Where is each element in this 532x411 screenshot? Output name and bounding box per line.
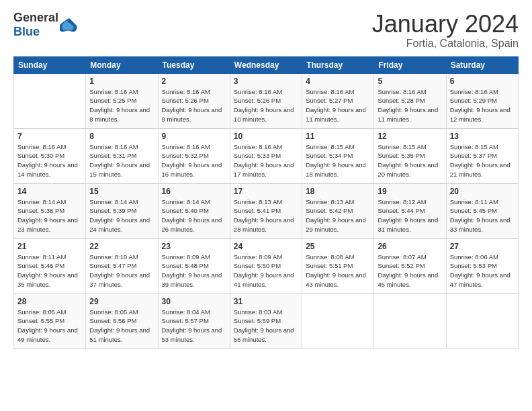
day-number: 20 <box>450 187 515 196</box>
day-info: Sunrise: 8:14 AMSunset: 5:40 PMDaylight:… <box>162 197 226 234</box>
calendar-cell-3-1: 14Sunrise: 8:14 AMSunset: 5:38 PMDayligh… <box>14 183 86 238</box>
calendar-cell-5-3: 30Sunrise: 8:04 AMSunset: 5:57 PMDayligh… <box>158 293 230 349</box>
week-row-2: 7Sunrise: 8:16 AMSunset: 5:30 PMDaylight… <box>14 128 519 183</box>
header-wednesday: Wednesday <box>230 56 302 73</box>
calendar-cell-2-2: 8Sunrise: 8:16 AMSunset: 5:31 PMDaylight… <box>86 128 158 183</box>
day-number: 7 <box>17 132 82 141</box>
day-info: Sunrise: 8:16 AMSunset: 5:30 PMDaylight:… <box>17 142 82 179</box>
day-info: Sunrise: 8:08 AMSunset: 5:51 PMDaylight:… <box>306 253 370 289</box>
day-info: Sunrise: 8:16 AMSunset: 5:29 PMDaylight:… <box>450 87 515 124</box>
calendar-cell-4-4: 24Sunrise: 8:09 AMSunset: 5:50 PMDayligh… <box>230 238 302 293</box>
day-number: 22 <box>89 242 154 251</box>
calendar-cell-2-1: 7Sunrise: 8:16 AMSunset: 5:30 PMDaylight… <box>14 128 86 183</box>
day-info: Sunrise: 8:13 AMSunset: 5:41 PMDaylight:… <box>234 197 298 234</box>
calendar-cell-2-3: 9Sunrise: 8:16 AMSunset: 5:32 PMDaylight… <box>158 128 230 183</box>
day-info: Sunrise: 8:16 AMSunset: 5:26 PMDaylight:… <box>234 87 298 124</box>
calendar-cell-5-7 <box>446 293 518 349</box>
calendar-cell-4-6: 26Sunrise: 8:07 AMSunset: 5:52 PMDayligh… <box>374 238 446 293</box>
calendar-cell-3-3: 16Sunrise: 8:14 AMSunset: 5:40 PMDayligh… <box>158 183 230 238</box>
week-row-1: 1Sunrise: 8:16 AMSunset: 5:25 PMDaylight… <box>14 73 519 128</box>
day-number: 18 <box>306 187 370 196</box>
calendar-cell-2-6: 12Sunrise: 8:15 AMSunset: 5:35 PMDayligh… <box>374 128 446 183</box>
day-number: 13 <box>450 132 515 141</box>
day-number: 12 <box>378 132 442 141</box>
week-row-3: 14Sunrise: 8:14 AMSunset: 5:38 PMDayligh… <box>14 183 519 238</box>
day-number: 31 <box>234 297 298 306</box>
day-info: Sunrise: 8:13 AMSunset: 5:42 PMDaylight:… <box>306 197 370 234</box>
calendar-cell-4-2: 22Sunrise: 8:10 AMSunset: 5:47 PMDayligh… <box>86 238 158 293</box>
day-number: 11 <box>306 132 370 141</box>
calendar-cell-1-7: 6Sunrise: 8:16 AMSunset: 5:29 PMDaylight… <box>446 73 518 128</box>
day-info: Sunrise: 8:06 AMSunset: 5:53 PMDaylight:… <box>450 253 515 289</box>
calendar-body: 1Sunrise: 8:16 AMSunset: 5:25 PMDaylight… <box>14 73 519 349</box>
day-number: 30 <box>162 297 226 306</box>
calendar-cell-4-7: 27Sunrise: 8:06 AMSunset: 5:53 PMDayligh… <box>446 238 518 293</box>
day-number: 5 <box>378 77 442 86</box>
day-number: 10 <box>234 132 298 141</box>
calendar-cell-5-2: 29Sunrise: 8:05 AMSunset: 5:56 PMDayligh… <box>86 293 158 349</box>
day-number: 27 <box>450 242 515 251</box>
calendar-cell-4-3: 23Sunrise: 8:09 AMSunset: 5:48 PMDayligh… <box>158 238 230 293</box>
day-info: Sunrise: 8:14 AMSunset: 5:39 PMDaylight:… <box>89 197 154 234</box>
calendar-cell-1-5: 4Sunrise: 8:16 AMSunset: 5:27 PMDaylight… <box>302 73 374 128</box>
calendar-cell-1-2: 1Sunrise: 8:16 AMSunset: 5:25 PMDaylight… <box>86 73 158 128</box>
day-number: 16 <box>162 187 226 196</box>
calendar-cell-5-1: 28Sunrise: 8:05 AMSunset: 5:55 PMDayligh… <box>14 293 86 349</box>
day-number: 2 <box>162 77 226 86</box>
header: General Blue January 2024 Fortia, Catalo… <box>13 11 519 50</box>
calendar-cell-3-6: 19Sunrise: 8:12 AMSunset: 5:44 PMDayligh… <box>374 183 446 238</box>
calendar-cell-2-5: 11Sunrise: 8:15 AMSunset: 5:34 PMDayligh… <box>302 128 374 183</box>
calendar-header: Sunday Monday Tuesday Wednesday Thursday… <box>14 56 519 73</box>
day-number: 23 <box>162 242 226 251</box>
calendar-cell-3-2: 15Sunrise: 8:14 AMSunset: 5:39 PMDayligh… <box>86 183 158 238</box>
calendar-cell-5-6 <box>374 293 446 349</box>
day-info: Sunrise: 8:10 AMSunset: 5:47 PMDaylight:… <box>89 253 154 289</box>
day-info: Sunrise: 8:15 AMSunset: 5:35 PMDaylight:… <box>378 142 442 179</box>
logo-blue: Blue <box>13 25 40 38</box>
day-info: Sunrise: 8:03 AMSunset: 5:59 PMDaylight:… <box>234 308 298 345</box>
day-info: Sunrise: 8:16 AMSunset: 5:28 PMDaylight:… <box>378 87 442 124</box>
logo: General Blue <box>13 11 79 39</box>
calendar-cell-3-5: 18Sunrise: 8:13 AMSunset: 5:42 PMDayligh… <box>302 183 374 238</box>
day-info: Sunrise: 8:15 AMSunset: 5:37 PMDaylight:… <box>450 142 515 179</box>
day-info: Sunrise: 8:14 AMSunset: 5:38 PMDaylight:… <box>17 197 82 234</box>
calendar-cell-5-4: 31Sunrise: 8:03 AMSunset: 5:59 PMDayligh… <box>230 293 302 349</box>
day-number: 17 <box>234 187 298 196</box>
calendar-cell-1-4: 3Sunrise: 8:16 AMSunset: 5:26 PMDaylight… <box>230 73 302 128</box>
day-number: 9 <box>162 132 226 141</box>
calendar-cell-2-4: 10Sunrise: 8:16 AMSunset: 5:33 PMDayligh… <box>230 128 302 183</box>
day-info: Sunrise: 8:16 AMSunset: 5:26 PMDaylight:… <box>162 87 226 124</box>
title-block: January 2024 Fortia, Catalonia, Spain <box>372 11 519 50</box>
week-row-4: 21Sunrise: 8:11 AMSunset: 5:46 PMDayligh… <box>14 238 519 293</box>
week-row-5: 28Sunrise: 8:05 AMSunset: 5:55 PMDayligh… <box>14 293 519 349</box>
logo-text: General Blue <box>13 11 58 39</box>
calendar-cell-4-1: 21Sunrise: 8:11 AMSunset: 5:46 PMDayligh… <box>14 238 86 293</box>
header-sunday: Sunday <box>14 56 86 73</box>
day-number: 1 <box>89 77 154 86</box>
day-number: 3 <box>234 77 298 86</box>
logo-general: General <box>13 11 58 24</box>
calendar-cell-1-6: 5Sunrise: 8:16 AMSunset: 5:28 PMDaylight… <box>374 73 446 128</box>
day-info: Sunrise: 8:09 AMSunset: 5:50 PMDaylight:… <box>234 253 298 289</box>
calendar-cell-1-1 <box>14 73 86 128</box>
day-number: 28 <box>17 297 82 306</box>
header-thursday: Thursday <box>302 56 374 73</box>
day-number: 25 <box>306 242 370 251</box>
header-friday: Friday <box>374 56 446 73</box>
calendar-cell-1-3: 2Sunrise: 8:16 AMSunset: 5:26 PMDaylight… <box>158 73 230 128</box>
day-info: Sunrise: 8:16 AMSunset: 5:33 PMDaylight:… <box>234 142 298 179</box>
day-info: Sunrise: 8:11 AMSunset: 5:46 PMDaylight:… <box>17 253 82 289</box>
day-info: Sunrise: 8:16 AMSunset: 5:31 PMDaylight:… <box>89 142 154 179</box>
logo-icon <box>60 15 79 34</box>
header-tuesday: Tuesday <box>158 56 230 73</box>
day-info: Sunrise: 8:05 AMSunset: 5:55 PMDaylight:… <box>17 308 82 345</box>
day-number: 26 <box>378 242 442 251</box>
calendar-table: Sunday Monday Tuesday Wednesday Thursday… <box>13 56 519 349</box>
day-number: 6 <box>450 77 515 86</box>
day-info: Sunrise: 8:05 AMSunset: 5:56 PMDaylight:… <box>89 308 154 345</box>
calendar-cell-3-4: 17Sunrise: 8:13 AMSunset: 5:41 PMDayligh… <box>230 183 302 238</box>
location-title: Fortia, Catalonia, Spain <box>372 38 519 50</box>
day-number: 14 <box>17 187 82 196</box>
day-info: Sunrise: 8:16 AMSunset: 5:25 PMDaylight:… <box>89 87 154 124</box>
header-saturday: Saturday <box>446 56 518 73</box>
